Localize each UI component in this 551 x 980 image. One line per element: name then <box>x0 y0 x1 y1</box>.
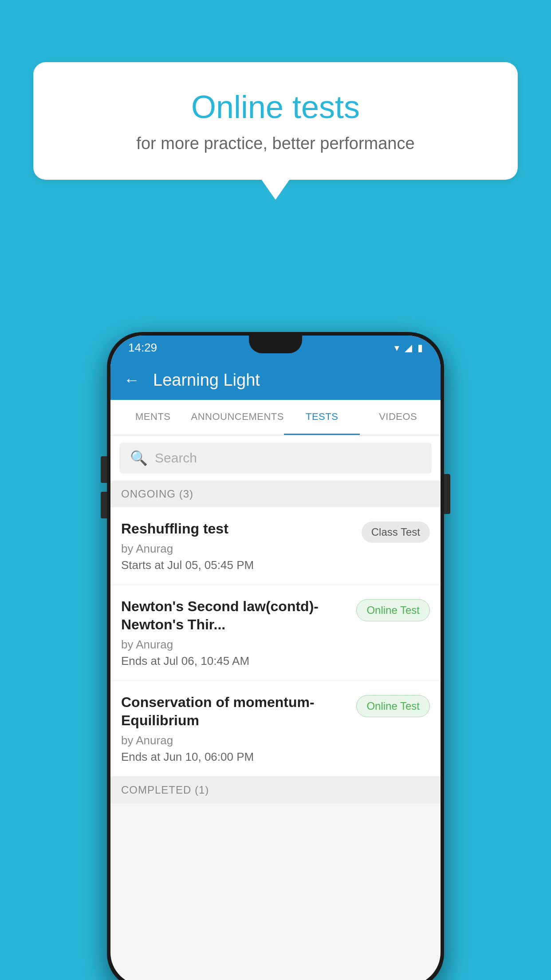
test-info-conservation: Conservation of momentum-Equilibrium by … <box>121 693 356 764</box>
search-container: 🔍 Search <box>110 435 441 481</box>
test-info-newton: Newton's Second law(contd)-Newton's Thir… <box>121 597 356 668</box>
app-header: ← Learning Light <box>110 360 441 400</box>
phone-screen: 14:29 ▾ ◢ ▮ ← Learning Light MENTS ANNOU… <box>110 336 441 980</box>
test-item-reshuffling[interactable]: Reshuffling test by Anurag Starts at Jul… <box>110 507 441 585</box>
volume-down-button <box>101 492 107 518</box>
tab-tests[interactable]: TESTS <box>284 400 360 435</box>
tabs-bar: MENTS ANNOUNCEMENTS TESTS VIDEOS <box>110 400 441 435</box>
tab-ments[interactable]: MENTS <box>115 400 191 435</box>
test-name-reshuffling: Reshuffling test <box>121 520 353 538</box>
battery-icon: ▮ <box>417 342 423 354</box>
completed-label: COMPLETED (1) <box>121 784 209 796</box>
volume-up-button <box>101 456 107 483</box>
status-icons: ▾ ◢ ▮ <box>394 342 423 354</box>
test-author-conservation: by Anurag <box>121 734 347 747</box>
notch <box>249 336 302 353</box>
power-button <box>444 474 450 514</box>
phone-frame: 14:29 ▾ ◢ ▮ ← Learning Light MENTS ANNOU… <box>107 332 444 980</box>
ongoing-section-header: ONGOING (3) <box>110 481 441 507</box>
test-info-reshuffling: Reshuffling test by Anurag Starts at Jul… <box>121 520 362 572</box>
test-date-reshuffling: Starts at Jul 05, 05:45 PM <box>121 558 353 572</box>
test-name-newton: Newton's Second law(contd)-Newton's Thir… <box>121 597 347 634</box>
test-name-conservation: Conservation of momentum-Equilibrium <box>121 693 347 730</box>
tab-videos[interactable]: VIDEOS <box>360 400 436 435</box>
speech-bubble-title: Online tests <box>69 89 482 125</box>
speech-bubble: Online tests for more practice, better p… <box>33 62 518 180</box>
speech-bubble-container: Online tests for more practice, better p… <box>33 62 518 180</box>
test-date-conservation: Ends at Jun 10, 06:00 PM <box>121 750 347 764</box>
test-author-newton: by Anurag <box>121 638 347 652</box>
completed-section-header: COMPLETED (1) <box>110 777 441 803</box>
test-badge-conservation: Online Test <box>356 695 430 717</box>
search-icon: 🔍 <box>130 450 148 466</box>
test-date-newton: Ends at Jul 06, 10:45 AM <box>121 654 347 668</box>
tab-announcements[interactable]: ANNOUNCEMENTS <box>191 400 284 435</box>
test-list: Reshuffling test by Anurag Starts at Jul… <box>110 507 441 777</box>
speech-bubble-subtitle: for more practice, better performance <box>69 134 482 153</box>
wifi-icon: ▾ <box>394 342 399 354</box>
status-time: 14:29 <box>128 341 157 355</box>
app-header-title: Learning Light <box>153 371 260 390</box>
search-bar[interactable]: 🔍 Search <box>119 443 432 474</box>
test-item-newton[interactable]: Newton's Second law(contd)-Newton's Thir… <box>110 585 441 681</box>
signal-icon: ◢ <box>405 342 412 354</box>
test-item-conservation[interactable]: Conservation of momentum-Equilibrium by … <box>110 681 441 777</box>
status-bar: 14:29 ▾ ◢ ▮ <box>110 336 441 360</box>
ongoing-label: ONGOING (3) <box>121 488 193 500</box>
test-badge-reshuffling: Class Test <box>362 522 430 543</box>
back-button[interactable]: ← <box>124 371 140 389</box>
test-badge-newton: Online Test <box>356 599 430 621</box>
test-author-reshuffling: by Anurag <box>121 542 353 556</box>
search-placeholder: Search <box>155 450 197 466</box>
